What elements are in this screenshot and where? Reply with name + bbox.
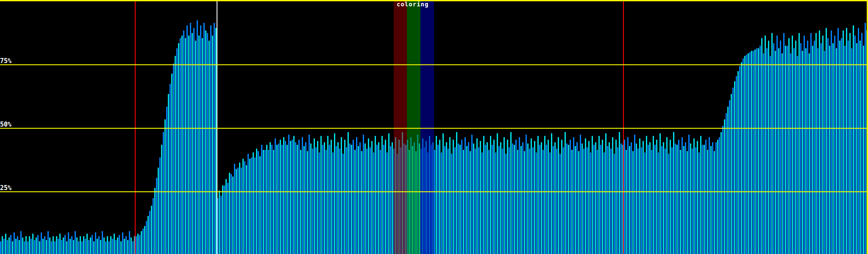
bar [80, 236, 81, 254]
bar [10, 235, 11, 254]
bar [376, 145, 378, 254]
bar [129, 231, 130, 254]
bar [563, 147, 564, 254]
bar [236, 169, 237, 254]
bar [329, 145, 330, 254]
bar [270, 142, 271, 254]
performance-graph: 75% 50% 25% coloring [0, 0, 868, 254]
bar [760, 46, 761, 254]
axis-label-50: 50% [0, 121, 11, 128]
bar [326, 150, 327, 254]
gridline-25 [0, 191, 868, 192]
bar [573, 137, 574, 254]
bar [749, 52, 751, 254]
bar [700, 136, 701, 254]
bar [339, 149, 340, 254]
bar [254, 157, 256, 254]
bar [309, 135, 310, 254]
bar [117, 237, 118, 254]
bar [763, 53, 764, 254]
bar [185, 38, 186, 254]
bar [44, 236, 45, 254]
red-band [394, 0, 407, 254]
bar [609, 142, 610, 254]
bar [649, 142, 651, 254]
red-marker-line-1 [135, 0, 136, 254]
bar [539, 145, 540, 254]
bar [75, 231, 76, 254]
bar [392, 142, 393, 254]
bar [70, 239, 71, 254]
bar [827, 38, 829, 254]
bar [237, 168, 239, 254]
bar [287, 145, 288, 254]
bar [61, 240, 62, 254]
bar [600, 145, 601, 254]
bar [73, 240, 74, 254]
bar [585, 138, 586, 254]
bar [436, 136, 437, 254]
bar [161, 145, 162, 254]
bar [739, 66, 740, 254]
bar [166, 107, 167, 254]
bar [826, 28, 827, 254]
bar [631, 142, 632, 254]
bar [197, 20, 198, 254]
bar [327, 136, 328, 254]
bar [320, 136, 322, 254]
bar [227, 183, 228, 254]
bar [251, 157, 252, 254]
bar [27, 241, 28, 254]
bar [192, 33, 193, 254]
bar [353, 140, 354, 254]
bar [220, 196, 222, 254]
bar [261, 145, 262, 254]
bar [198, 36, 200, 254]
bar [388, 133, 389, 254]
bar [356, 137, 357, 254]
bar [753, 51, 754, 254]
bar [515, 140, 517, 254]
bar [692, 149, 693, 254]
bar [754, 50, 756, 254]
bar [248, 154, 249, 254]
bar [766, 48, 768, 254]
bar [520, 146, 522, 254]
bar [546, 145, 547, 254]
bar [302, 137, 303, 254]
bar [181, 36, 183, 254]
bar [782, 53, 783, 254]
bar [824, 51, 825, 254]
bar [266, 145, 267, 254]
bar [590, 152, 591, 254]
bar [476, 138, 478, 254]
bar [49, 237, 50, 254]
bar [512, 144, 513, 254]
bar [268, 150, 269, 254]
bar [361, 151, 362, 254]
bar [724, 119, 725, 254]
bar [568, 145, 569, 254]
bar [331, 140, 332, 254]
bar [366, 149, 367, 254]
bar [246, 165, 247, 254]
bar [802, 51, 803, 254]
bar [626, 150, 627, 254]
bar [298, 140, 300, 254]
bar [173, 64, 174, 254]
bar [854, 36, 856, 254]
bar [598, 136, 600, 254]
bar [498, 146, 500, 254]
bar [263, 150, 264, 254]
bar [180, 38, 181, 254]
bar [588, 141, 590, 254]
bar [142, 229, 144, 254]
bar [383, 145, 384, 254]
bar [151, 206, 152, 254]
bar [349, 144, 351, 254]
bar [549, 152, 551, 254]
bar [288, 135, 289, 254]
bar [2, 236, 3, 254]
bar [209, 41, 210, 254]
bar [524, 151, 525, 254]
